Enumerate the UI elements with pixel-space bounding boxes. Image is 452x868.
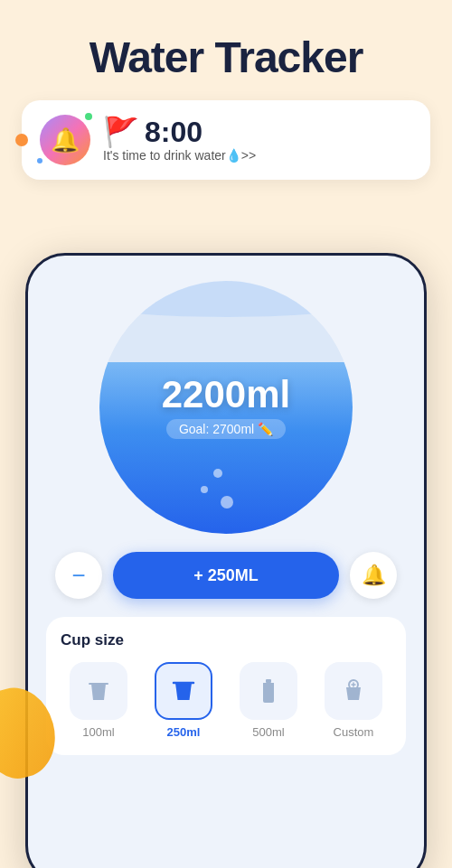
cup-size-title: Cup size xyxy=(61,631,391,649)
cup-label-500ml: 500ml xyxy=(252,725,284,739)
controls-row: − + 250ML 🔔 xyxy=(46,552,406,599)
time-value: 8:00 xyxy=(145,117,202,146)
cup-label-custom: Custom xyxy=(334,725,374,739)
page-title: Water Tracker xyxy=(0,0,452,100)
svg-rect-0 xyxy=(266,679,271,683)
sparkle-green xyxy=(85,113,92,120)
notification-text: 🚩 8:00 It's time to drink water💧>> xyxy=(103,117,256,163)
water-circle: 2200ml Goal: 2700ml ✏️ xyxy=(99,281,353,534)
cup-label-250ml: 250ml xyxy=(167,725,201,739)
add-water-button[interactable]: + 250ML xyxy=(113,552,339,599)
water-wave xyxy=(99,281,353,317)
cup-icon-wrapper-500ml xyxy=(240,662,297,720)
notification-time: 🚩 8:00 xyxy=(103,117,256,146)
minus-button[interactable]: − xyxy=(55,552,102,599)
notification-card[interactable]: 🔔 🚩 8:00 It's time to drink water💧>> xyxy=(22,100,430,180)
cup-label-100ml: 100ml xyxy=(82,725,114,739)
cup-icon-wrapper-100ml xyxy=(70,662,127,720)
cup-options: 100ml 250ml 500ml Custom xyxy=(61,662,391,739)
cup-option-500ml[interactable]: 500ml xyxy=(231,662,306,739)
flag-icon: 🚩 xyxy=(103,117,139,146)
water-text: 2200ml Goal: 2700ml ✏️ xyxy=(162,376,290,439)
cup-option-250ml[interactable]: 250ml xyxy=(146,662,221,739)
avatar-bell-icon: 🔔 xyxy=(51,126,80,154)
cup-size-section: Cup size 100ml 250ml 500ml Custom xyxy=(46,617,406,755)
notification-subtitle: It's time to drink water💧>> xyxy=(103,148,256,163)
sparkle-blue xyxy=(37,158,42,163)
cup-icon-wrapper-250ml xyxy=(155,662,212,720)
bell-button[interactable]: 🔔 xyxy=(350,552,397,599)
water-amount: 2200ml xyxy=(162,376,290,414)
orange-dot-decoration xyxy=(15,134,28,146)
cup-icon-wrapper-custom xyxy=(325,662,382,720)
notification-avatar: 🔔 xyxy=(40,115,90,165)
phone-frame: 2200ml Goal: 2700ml ✏️ − + 250ML 🔔 Cup s… xyxy=(25,253,427,868)
cup-option-custom[interactable]: Custom xyxy=(315,662,391,739)
cup-option-100ml[interactable]: 100ml xyxy=(61,662,137,739)
water-goal[interactable]: Goal: 2700ml ✏️ xyxy=(166,419,286,439)
